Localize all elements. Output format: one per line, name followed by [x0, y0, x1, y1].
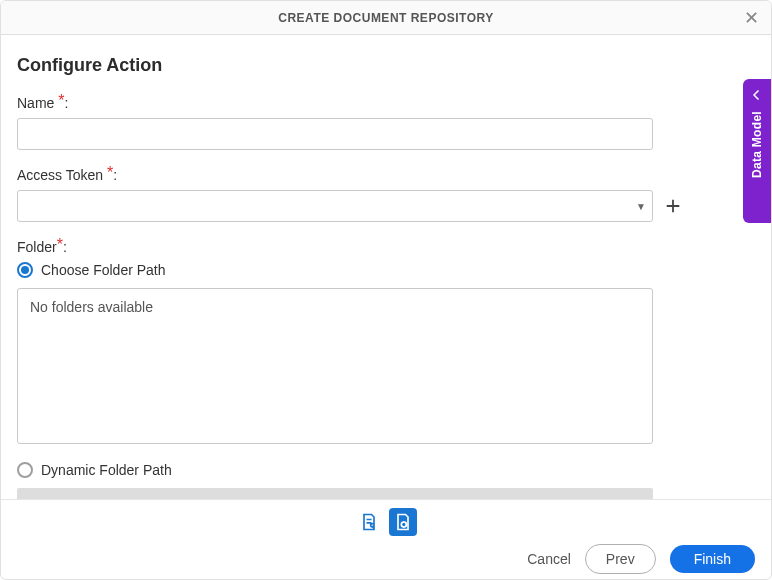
close-icon: ✕ [744, 9, 759, 27]
folder-label: Folder*: [17, 238, 755, 256]
required-star-icon: * [107, 164, 113, 181]
plus-icon [664, 197, 682, 215]
add-access-token-button[interactable] [663, 196, 683, 216]
side-tab-label: Data Model [750, 111, 764, 178]
step-config-button[interactable] [389, 508, 417, 536]
access-token-select[interactable]: ▼ [17, 190, 653, 222]
document-icon [359, 512, 379, 532]
radio-label: Choose Folder Path [41, 262, 166, 278]
access-token-label: Access Token *: [17, 166, 755, 184]
radio-icon-checked [17, 262, 33, 278]
data-model-panel-toggle[interactable]: Data Model [743, 79, 771, 223]
prev-button[interactable]: Prev [585, 544, 656, 574]
modal-title: CREATE DOCUMENT REPOSITORY [278, 11, 493, 25]
finish-button[interactable]: Finish [670, 545, 755, 573]
step-form-button[interactable] [355, 508, 383, 536]
modal-body: Configure Action Name *: Access Token *:… [1, 35, 771, 499]
footer-step-icons [17, 508, 755, 536]
folder-path-box[interactable]: No folders available [17, 288, 653, 444]
chevron-down-icon: ▼ [636, 201, 646, 212]
radio-dynamic-folder-path[interactable]: Dynamic Folder Path [17, 462, 755, 478]
access-token-row: ▼ [17, 190, 755, 222]
radio-choose-folder-path[interactable]: Choose Folder Path [17, 262, 755, 278]
document-gear-icon [393, 512, 413, 532]
chevron-left-icon [751, 89, 763, 101]
cancel-button[interactable]: Cancel [527, 551, 571, 567]
section-heading: Configure Action [17, 55, 755, 76]
radio-label: Dynamic Folder Path [41, 462, 172, 478]
modal-header: CREATE DOCUMENT REPOSITORY ✕ [1, 1, 771, 35]
modal-footer: Cancel Prev Finish [1, 499, 771, 579]
required-star-icon: * [57, 236, 63, 253]
access-token-field-group: Access Token *: ▼ [17, 166, 755, 222]
radio-icon-unchecked [17, 462, 33, 478]
name-input[interactable] [17, 118, 653, 150]
modal-dialog: CREATE DOCUMENT REPOSITORY ✕ Configure A… [0, 0, 772, 580]
name-label: Name *: [17, 94, 755, 112]
folder-empty-text: No folders available [30, 299, 153, 315]
close-button[interactable]: ✕ [741, 8, 761, 28]
folder-field-group: Folder*: Choose Folder Path No folders a… [17, 238, 755, 499]
required-star-icon: * [58, 92, 64, 109]
name-field-group: Name *: [17, 94, 755, 150]
disabled-input-placeholder [17, 488, 653, 499]
footer-buttons: Cancel Prev Finish [17, 544, 755, 574]
